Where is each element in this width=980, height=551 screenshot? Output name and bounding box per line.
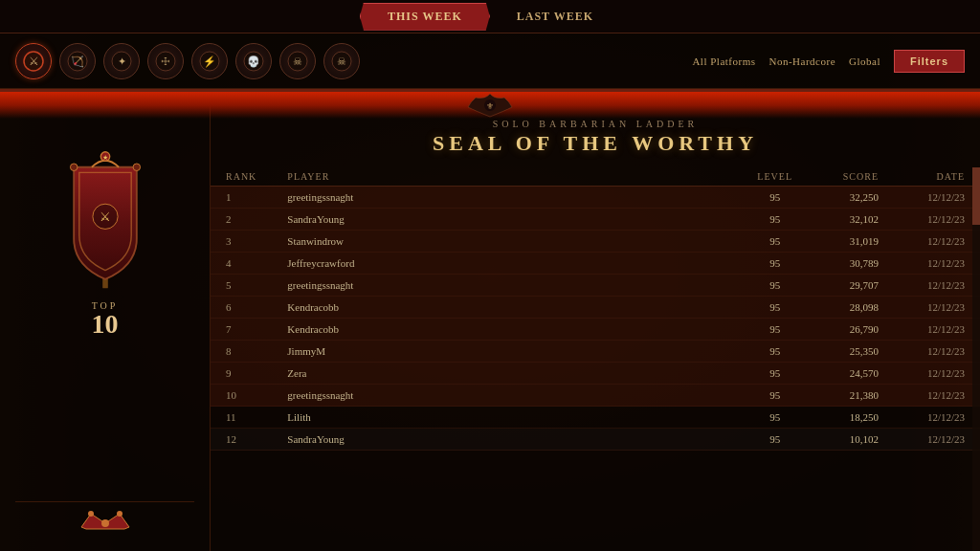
- cell-rank: 9: [211, 363, 272, 385]
- col-level: Level: [742, 167, 808, 187]
- badge-container: ⚔ ★ TOP 10: [53, 149, 158, 338]
- svg-text:⚔: ⚔: [29, 55, 39, 68]
- cell-score: 18,250: [808, 407, 894, 429]
- svg-text:★: ★: [102, 154, 108, 161]
- cell-score: 21,380: [808, 385, 894, 407]
- cell-score: 24,570: [808, 363, 894, 385]
- rank-badge: ⚔ ★: [53, 149, 158, 293]
- tab-bar: THIS WEEK LAST WEEK: [0, 0, 980, 33]
- svg-text:⚔: ⚔: [100, 209, 111, 224]
- svg-text:💀: 💀: [247, 55, 260, 68]
- leaderboard-table: Rank Player Level Score Date 1greetingss…: [211, 167, 980, 451]
- table-row[interactable]: 8JimmyM9525,35012/12/23: [211, 341, 980, 363]
- cell-score: 32,102: [808, 209, 894, 231]
- class-icon-3[interactable]: ✦: [103, 43, 140, 79]
- table-row[interactable]: 1greetingssnaght9532,25012/12/23: [211, 187, 980, 209]
- icons-bar: ⚔ 🏹 ✦ ☩ ⚡ 💀 ☠ ☠ All Platforms Non-Hardco…: [0, 33, 980, 89]
- cell-score: 29,707: [808, 275, 894, 297]
- filters-button[interactable]: Filters: [894, 50, 965, 73]
- cell-date: 12/12/23: [894, 275, 980, 297]
- cell-rank: 4: [211, 253, 272, 275]
- class-icon-5[interactable]: ⚡: [191, 43, 228, 79]
- cell-date: 12/12/23: [894, 363, 980, 385]
- cell-player: SandraYoung: [272, 429, 742, 451]
- cell-date: 12/12/23: [894, 297, 980, 319]
- svg-point-29: [117, 511, 122, 517]
- table-row[interactable]: 10greetingssnaght9521,38012/12/23: [211, 385, 980, 407]
- cell-date: 12/12/23: [894, 253, 980, 275]
- cell-rank: 10: [211, 385, 272, 407]
- cell-date: 12/12/23: [894, 187, 980, 209]
- cell-level: 95: [742, 209, 808, 231]
- col-date: Date: [894, 167, 980, 187]
- platform-filter-label: All Platforms: [692, 55, 755, 67]
- cell-score: 26,790: [808, 319, 894, 341]
- cell-level: 95: [742, 275, 808, 297]
- table-header: Rank Player Level Score Date: [211, 167, 980, 187]
- scrollbar-thumb[interactable]: [972, 167, 980, 225]
- cell-date: 12/12/23: [894, 231, 980, 253]
- col-rank: Rank: [211, 167, 272, 187]
- table-row[interactable]: 5greetingssnaght9529,70712/12/23: [211, 275, 980, 297]
- cell-level: 95: [742, 231, 808, 253]
- cell-date: 12/12/23: [894, 319, 980, 341]
- class-icon-2[interactable]: 🏹: [59, 43, 96, 79]
- class-icons-group: ⚔ 🏹 ✦ ☩ ⚡ 💀 ☠ ☠: [15, 43, 692, 79]
- cell-player: greetingssnaght: [272, 187, 742, 209]
- tab-this-week[interactable]: THIS WEEK: [360, 3, 490, 31]
- cell-rank: 8: [211, 341, 272, 363]
- class-icon-8[interactable]: ☠: [323, 43, 360, 79]
- svg-text:☠: ☠: [337, 55, 346, 67]
- left-panel: ⚔ ★ TOP 10: [0, 92, 211, 551]
- class-icon-6[interactable]: 💀: [235, 43, 272, 79]
- cell-score: 25,350: [808, 341, 894, 363]
- cell-rank: 5: [211, 275, 272, 297]
- filter-area: All Platforms Non-Hardcore Global Filter…: [692, 50, 965, 73]
- table-row[interactable]: 2SandraYoung9532,10212/12/23: [211, 209, 980, 231]
- cell-rank: 6: [211, 297, 272, 319]
- table-row[interactable]: 7Kendracobb9526,79012/12/23: [211, 319, 980, 341]
- leaderboard-body: 1greetingssnaght9532,25012/12/232SandraY…: [211, 187, 980, 451]
- svg-text:☩: ☩: [161, 55, 170, 67]
- cell-player: Lilith: [272, 407, 742, 429]
- table-row[interactable]: 12SandraYoung9510,10212/12/23: [211, 429, 980, 451]
- cell-level: 95: [742, 363, 808, 385]
- cell-player: Zera: [272, 363, 742, 385]
- class-icon-7[interactable]: ☠: [279, 43, 316, 79]
- col-player: Player: [272, 167, 742, 187]
- cell-player: Kendracobb: [272, 297, 742, 319]
- cell-score: 31,019: [808, 231, 894, 253]
- scrollbar-track[interactable]: [972, 167, 980, 551]
- cell-player: greetingssnaght: [272, 385, 742, 407]
- svg-text:⚜: ⚜: [486, 101, 494, 111]
- class-icon-barbarian[interactable]: ⚔: [15, 43, 52, 79]
- cell-player: JimmyM: [272, 341, 742, 363]
- cell-level: 95: [742, 253, 808, 275]
- svg-text:🏹: 🏹: [71, 55, 84, 68]
- cell-level: 95: [742, 297, 808, 319]
- svg-point-27: [101, 519, 109, 527]
- cell-level: 95: [742, 407, 808, 429]
- cell-rank: 12: [211, 429, 272, 451]
- table-row[interactable]: 6Kendracobb9528,09812/12/23: [211, 297, 980, 319]
- tab-last-week[interactable]: LAST WEEK: [490, 4, 620, 30]
- leaderboard-panel: Solo Barbarian Ladder SEAL OF THE WORTHY…: [211, 92, 980, 551]
- scope-filter-label: Global: [849, 55, 880, 67]
- cell-score: 28,098: [808, 297, 894, 319]
- cell-date: 12/12/23: [894, 209, 980, 231]
- face-ornament: ⚜: [466, 92, 514, 119]
- cell-rank: 2: [211, 209, 272, 231]
- cell-level: 95: [742, 187, 808, 209]
- cell-score: 30,789: [808, 253, 894, 275]
- cell-score: 10,102: [808, 429, 894, 451]
- table-row[interactable]: 9Zera9524,57012/12/23: [211, 363, 980, 385]
- col-score: Score: [808, 167, 894, 187]
- cell-player: SandraYoung: [272, 209, 742, 231]
- class-icon-4[interactable]: ☩: [147, 43, 184, 79]
- svg-point-26: [133, 164, 141, 171]
- svg-point-25: [70, 164, 78, 171]
- table-row[interactable]: 4Jeffreycrawford9530,78912/12/23: [211, 253, 980, 275]
- svg-point-28: [88, 511, 94, 517]
- table-row[interactable]: 3Stanwindrow9531,01912/12/23: [211, 231, 980, 253]
- table-row[interactable]: 11Lilith9518,25012/12/23: [211, 407, 980, 429]
